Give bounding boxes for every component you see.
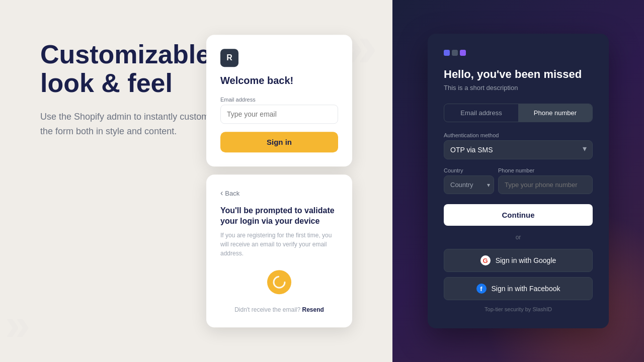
auth-method-label: Authentication method [444,132,593,138]
email-input-group: Email address [220,97,338,124]
tab-phone[interactable]: Phone number [518,104,592,122]
deco-chevrons-bottom: » [5,302,30,347]
logo-dot-2 [452,50,458,56]
resend-link[interactable]: Resend [302,306,324,313]
continue-button[interactable]: Continue [444,204,593,226]
main-description: Use the Shopify admin to instantly custo… [40,110,221,139]
auth-method-select[interactable]: OTP via SMS [444,140,593,159]
spinner-container [220,270,338,294]
validate-card: Back You'll be prompted to validate your… [206,174,352,327]
auth-logo [444,50,593,56]
signin-button[interactable]: Sign in [220,132,338,152]
email-input[interactable] [220,105,338,124]
auth-method-wrapper: Authentication method OTP via SMS ▾ [444,132,593,159]
auth-card: Hello, you've been missed This is a shor… [428,34,609,328]
left-section: Customizable look & feel Use the Shopify… [0,0,392,362]
auth-footer: Top-tier security by SlashID [444,306,593,312]
card-title: Welcome back! [220,75,338,86]
tab-email[interactable]: Email address [444,104,518,122]
google-icon: G [480,255,491,265]
auth-description: This is a short description [444,84,593,92]
facebook-signin-button[interactable]: f Sign in with Facebook [444,277,593,300]
cards-container: R Welcome back! Email address Sign in Ba… [206,35,352,327]
country-select[interactable]: Country [444,175,494,194]
email-label: Email address [220,97,338,103]
phone-input[interactable] [498,175,593,194]
google-signin-button[interactable]: G Sign in with Google [444,249,593,272]
phone-row: Country Country ▾ Phone number [444,167,593,194]
right-section: Hello, you've been missed This is a shor… [392,0,644,362]
svg-point-0 [274,277,285,288]
country-label: Country [444,167,494,173]
app-logo: R [220,49,238,67]
phone-label: Phone number [498,167,593,173]
phone-input-wrapper: Phone number [498,167,593,194]
logo-dot-3 [460,50,466,56]
logo-dot-1 [444,50,450,56]
resend-text: Didn't receive the email? Resend [220,306,338,313]
validate-title: You'll be prompted to validate your logi… [220,206,338,227]
spinner-icon [267,270,291,294]
login-card: R Welcome back! Email address Sign in [206,35,352,166]
auth-greeting: Hello, you've been missed [444,68,593,81]
divider-text: or [444,234,593,241]
back-link[interactable]: Back [220,189,338,198]
country-select-wrapper: Country Country ▾ [444,167,494,194]
validate-description: If you are registering for the first tim… [220,231,338,258]
facebook-icon: f [476,284,487,294]
auth-tabs: Email address Phone number [444,104,593,122]
